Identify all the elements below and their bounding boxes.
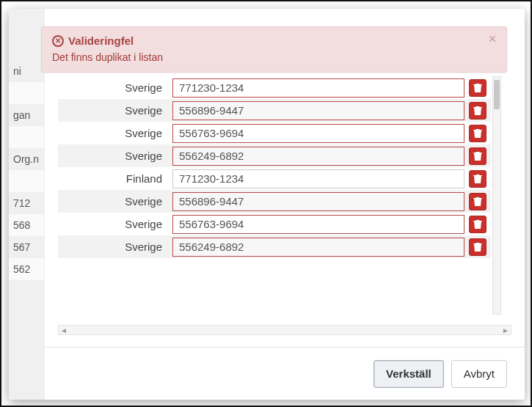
country-label: Finland <box>58 172 168 185</box>
scroll-left-icon[interactable]: ◄ <box>59 326 69 334</box>
alert-subtitle: Det finns duplikat i listan <box>52 51 480 63</box>
scrollbar-thumb[interactable] <box>494 80 500 109</box>
delete-button[interactable] <box>469 170 487 188</box>
scroll-area: SverigeSverigeSverigeSverigeFinlandSveri… <box>58 76 511 325</box>
trash-icon <box>473 242 482 252</box>
orgnr-input[interactable] <box>172 215 464 234</box>
modal-footer: Verkställ Avbryt <box>45 347 525 400</box>
country-label: Sverige <box>58 150 168 162</box>
country-label: Sverige <box>58 195 168 208</box>
modal-body: SverigeSverigeSverigeSverigeFinlandSveri… <box>58 76 511 335</box>
trash-icon <box>473 174 482 184</box>
window: niganOrg.n712568567562 SverigeSverigeSve… <box>9 9 525 400</box>
country-label: Sverige <box>58 127 168 139</box>
close-icon[interactable]: × <box>486 33 499 46</box>
error-icon: ✕ <box>52 35 64 47</box>
delete-button[interactable] <box>469 147 487 165</box>
table-row: Sverige <box>58 144 491 167</box>
table-row: Sverige <box>58 190 491 213</box>
orgnr-input[interactable] <box>172 192 464 211</box>
alert-title-row: ✕ Valideringfel <box>52 34 480 47</box>
vertical-scrollbar[interactable] <box>492 76 501 315</box>
table-row: Finland <box>58 167 491 190</box>
table-row: Sverige <box>58 213 491 235</box>
country-label: Sverige <box>58 218 168 230</box>
country-label: Sverige <box>58 81 168 94</box>
delete-button[interactable] <box>469 238 487 256</box>
delete-button[interactable] <box>469 216 487 233</box>
orgnr-input[interactable] <box>172 124 464 143</box>
orgnr-input[interactable] <box>172 147 464 166</box>
org-list: SverigeSverigeSverigeSverigeFinlandSveri… <box>58 76 491 325</box>
trash-icon <box>473 83 482 93</box>
orgnr-input[interactable] <box>172 169 464 188</box>
orgnr-input[interactable] <box>172 101 464 120</box>
delete-button[interactable] <box>469 102 487 120</box>
horizontal-scrollbar[interactable]: ◄ ► <box>58 325 511 335</box>
apply-button[interactable]: Verkställ <box>374 360 444 388</box>
trash-icon <box>473 197 482 207</box>
country-label: Sverige <box>58 241 168 253</box>
validation-alert: ✕ Valideringfel Det finns duplikat i lis… <box>41 26 507 73</box>
delete-button[interactable] <box>469 79 487 97</box>
delete-button[interactable] <box>469 193 487 210</box>
cancel-button[interactable]: Avbryt <box>451 360 507 388</box>
country-label: Sverige <box>58 104 168 117</box>
orgnr-input[interactable] <box>172 238 464 257</box>
app-frame: niganOrg.n712568567562 SverigeSverigeSve… <box>0 0 532 407</box>
orgnr-input[interactable] <box>172 78 464 98</box>
table-row: Sverige <box>58 99 491 122</box>
delete-button[interactable] <box>469 125 487 142</box>
trash-icon <box>473 128 482 139</box>
table-row: Sverige <box>58 235 491 258</box>
trash-icon <box>473 219 482 230</box>
alert-title: Valideringfel <box>68 34 134 47</box>
table-row: Sverige <box>58 76 491 99</box>
trash-icon <box>473 151 482 161</box>
scroll-right-icon[interactable]: ► <box>500 326 511 334</box>
table-row: Sverige <box>58 122 491 144</box>
trash-icon <box>473 106 482 116</box>
